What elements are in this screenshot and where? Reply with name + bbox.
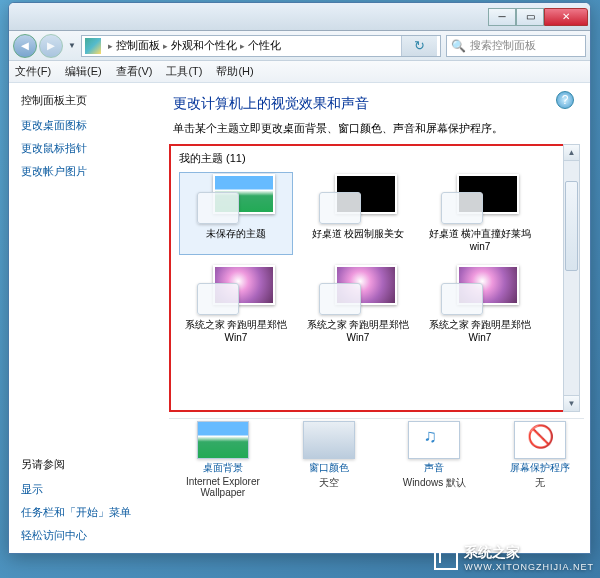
titlebar: ─ ▭ ✕ [9,3,590,31]
search-input[interactable]: 🔍 搜索控制面板 [446,35,586,57]
sidebar-link-mouse-pointers[interactable]: 更改鼠标指针 [21,141,157,156]
window-color-value: 天空 [319,476,339,490]
maximize-button[interactable]: ▭ [516,8,544,26]
menu-edit[interactable]: 编辑(E) [65,64,102,79]
theme-name: 好桌道 横冲直撞好莱坞win7 [425,228,535,253]
wallpaper-icon [197,421,249,459]
theme-overlay [441,192,483,224]
breadcrumb-seg[interactable]: 控制面板 [116,38,160,53]
theme-thumbnail [319,174,397,224]
theme-overlay [197,283,239,315]
watermark: 系统之家 WWW.XITONGZHIJIA.NET [434,544,594,572]
desktop-background-value: Internet Explorer Wallpaper [179,476,267,498]
sounds-item[interactable]: 声音 Windows 默认 [391,421,479,498]
page-title: 更改计算机上的视觉效果和声音 [173,95,584,113]
theme-overlay [441,283,483,315]
forward-button[interactable]: ► [39,34,63,58]
theme-item[interactable]: 系统之家 奔跑明星郑恺Win7 [301,263,415,346]
window-color-item[interactable]: 窗口颜色 天空 [285,421,373,498]
sidebar-link-taskbar[interactable]: 任务栏和「开始」菜单 [21,505,157,520]
desktop-background-item[interactable]: 桌面背景 Internet Explorer Wallpaper [179,421,267,498]
window: ─ ▭ ✕ ◄ ► ▼ ▸ 控制面板 ▸ 外观和个性化 ▸ 个性化 ↻ 🔍 搜索… [8,2,591,554]
theme-overlay [197,192,239,224]
breadcrumb-seg[interactable]: 个性化 [248,38,281,53]
scrollbar[interactable]: ▲ ▼ [563,144,580,412]
theme-thumbnail [197,265,275,315]
sidebar-link-account-picture[interactable]: 更改帐户图片 [21,164,157,179]
theme-thumbnail [197,174,275,224]
breadcrumb-seg[interactable]: 外观和个性化 [171,38,237,53]
theme-overlay [319,283,361,315]
sidebar-link-display[interactable]: 显示 [21,482,157,497]
screensaver-item[interactable]: 屏幕保护程序 无 [496,421,584,498]
close-button[interactable]: ✕ [544,8,588,26]
help-icon[interactable]: ? [556,91,574,109]
theme-name: 未保存的主题 [206,228,266,241]
watermark-url: WWW.XITONGZHIJIA.NET [464,562,594,572]
search-placeholder: 搜索控制面板 [470,38,536,53]
nav-history-dropdown[interactable]: ▼ [65,35,79,57]
search-icon: 🔍 [451,39,466,53]
navbar: ◄ ► ▼ ▸ 控制面板 ▸ 外观和个性化 ▸ 个性化 ↻ 🔍 搜索控制面板 [9,31,590,61]
sounds-value: Windows 默认 [403,476,466,490]
theme-thumbnail [441,265,519,315]
see-also-header: 另请参阅 [21,457,157,472]
color-icon [303,421,355,459]
menu-tools[interactable]: 工具(T) [166,64,202,79]
theme-item[interactable]: 好桌道 校园制服美女 [301,172,415,255]
settings-row: 桌面背景 Internet Explorer Wallpaper 窗口颜色 天空… [169,418,584,498]
scrollbar-thumb[interactable] [565,181,578,271]
theme-name: 系统之家 奔跑明星郑恺Win7 [425,319,535,344]
scroll-down-button[interactable]: ▼ [564,395,579,411]
theme-name: 系统之家 奔跑明星郑恺Win7 [303,319,413,344]
sounds-label: 声音 [424,461,444,475]
sound-icon [408,421,460,459]
sidebar-home[interactable]: 控制面板主页 [21,93,157,108]
page-description: 单击某个主题立即更改桌面背景、窗口颜色、声音和屏幕保护程序。 [173,121,584,136]
back-button[interactable]: ◄ [13,34,37,58]
theme-item[interactable]: 系统之家 奔跑明星郑恺Win7 [423,263,537,346]
scroll-up-button[interactable]: ▲ [564,145,579,161]
menu-view[interactable]: 查看(V) [116,64,153,79]
menubar: 文件(F) 编辑(E) 查看(V) 工具(T) 帮助(H) [9,61,590,83]
menu-help[interactable]: 帮助(H) [216,64,253,79]
theme-name: 好桌道 校园制服美女 [312,228,405,241]
refresh-button[interactable]: ↻ [401,36,437,56]
watermark-icon [434,546,458,570]
minimize-button[interactable]: ─ [488,8,516,26]
screensaver-icon [514,421,566,459]
screensaver-value: 无 [535,476,545,490]
themes-panel: 我的主题 (11) 未保存的主题好桌道 校园制服美女好桌道 横冲直撞好莱坞win… [169,144,580,412]
watermark-name: 系统之家 [464,544,520,560]
sidebar: 控制面板主页 更改桌面图标 更改鼠标指针 更改帐户图片 另请参阅 显示 任务栏和… [9,83,169,553]
desktop-background-label: 桌面背景 [203,461,243,475]
main-content: ? 更改计算机上的视觉效果和声音 单击某个主题立即更改桌面背景、窗口颜色、声音和… [169,83,590,553]
theme-overlay [319,192,361,224]
address-bar[interactable]: ▸ 控制面板 ▸ 外观和个性化 ▸ 个性化 ↻ [81,35,441,57]
menu-file[interactable]: 文件(F) [15,64,51,79]
theme-item[interactable]: 好桌道 横冲直撞好莱坞win7 [423,172,537,255]
theme-category-label: 我的主题 (11) [179,151,576,166]
theme-thumbnail [441,174,519,224]
screensaver-label: 屏幕保护程序 [510,461,570,475]
theme-thumbnail [319,265,397,315]
sidebar-link-ease-of-access[interactable]: 轻松访问中心 [21,528,157,543]
control-panel-icon [85,38,101,54]
window-color-label: 窗口颜色 [309,461,349,475]
theme-item[interactable]: 未保存的主题 [179,172,293,255]
sidebar-link-desktop-icons[interactable]: 更改桌面图标 [21,118,157,133]
theme-name: 系统之家 奔跑明星郑恺Win7 [181,319,291,344]
theme-item[interactable]: 系统之家 奔跑明星郑恺Win7 [179,263,293,346]
